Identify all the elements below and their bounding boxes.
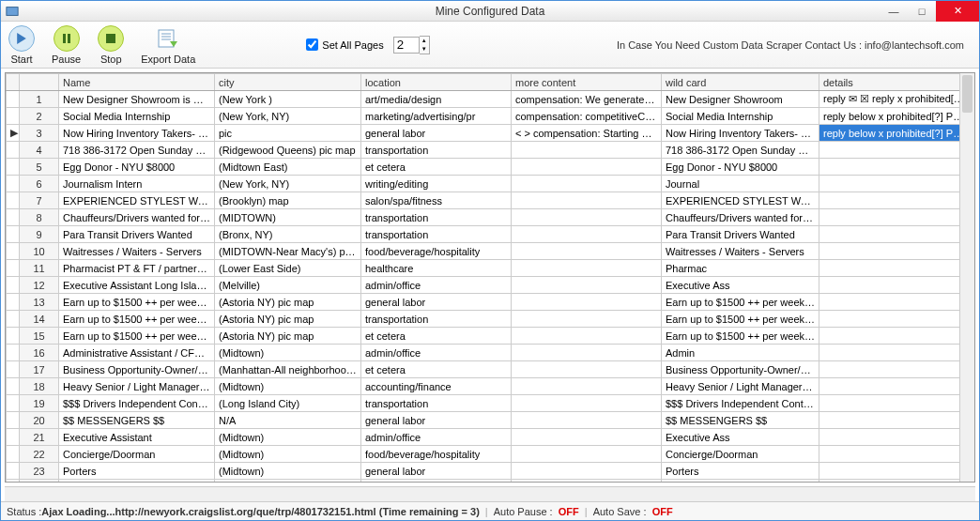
cell-details[interactable] xyxy=(819,226,960,243)
cell-details[interactable] xyxy=(819,345,960,361)
cell-name[interactable]: Pharmacist PT & FT / partnership opti... xyxy=(59,260,215,277)
cell-location[interactable]: marketing/advertising/pr xyxy=(361,108,512,125)
cell-wild[interactable]: Heavy Senior / Light Manager Tax D... xyxy=(662,378,819,395)
cell-details[interactable] xyxy=(819,395,960,412)
cell-name[interactable]: Online Opinion Study - $175 xyxy=(59,480,215,483)
cell-name[interactable]: Executive Assistant xyxy=(59,429,215,446)
table-row[interactable]: 5Egg Donor - NYU $8000(Midtown East)et c… xyxy=(7,159,960,176)
cell-location[interactable]: admin/office xyxy=(361,429,512,446)
cell-name[interactable]: EXPERIENCED STYLEST WANTED xyxy=(59,192,215,209)
cell-city[interactable]: (Long Island City) xyxy=(215,395,361,412)
cell-more[interactable] xyxy=(512,294,662,311)
cell-details[interactable] xyxy=(819,361,960,378)
cell-city[interactable]: (Midtown) xyxy=(215,429,361,446)
cell-city[interactable]: N/A xyxy=(215,412,361,429)
cell-location[interactable]: healthcare xyxy=(361,260,512,277)
table-row[interactable]: 9Para Transit Drivers Wanted(Bronx, NY)t… xyxy=(7,226,960,243)
cell-wild[interactable]: EXPERIENCED STYLEST WANTED xyxy=(662,192,819,209)
cell-city[interactable]: (Lower East Side) xyxy=(215,260,361,277)
cell-city[interactable]: (Midtown) xyxy=(215,378,361,395)
cell-location[interactable]: writing/editing xyxy=(361,176,512,192)
cell-wild[interactable]: Pharmac xyxy=(662,260,819,277)
col-wild[interactable]: wild card xyxy=(662,74,819,91)
cell-wild[interactable]: 718 386-3172 Open Sunday DMV D... xyxy=(662,142,819,159)
cell-location[interactable]: food/beverage/hospitality xyxy=(361,243,512,260)
cell-name[interactable]: Journalism Intern xyxy=(59,176,215,192)
cell-wild[interactable]: Journal xyxy=(662,176,819,192)
cell-name[interactable]: Earn up to $1500 ++ per week - Profe... xyxy=(59,311,215,328)
cell-details[interactable] xyxy=(819,192,960,209)
cell-wild[interactable]: Admin xyxy=(662,345,819,361)
cell-location[interactable]: et cetera xyxy=(361,361,512,378)
page-number-input[interactable] xyxy=(393,37,420,54)
cell-more[interactable] xyxy=(512,277,662,294)
cell-city[interactable]: (Anywhere USA) xyxy=(215,480,361,483)
cell-wild[interactable]: Para Transit Drivers Wanted xyxy=(662,226,819,243)
cell-name[interactable]: Executive Assistant Long Island Resi... xyxy=(59,277,215,294)
table-row[interactable]: 18Heavy Senior / Light Manager Tax D...(… xyxy=(7,378,960,395)
cell-location[interactable]: transportation xyxy=(361,395,512,412)
col-details[interactable]: details xyxy=(819,74,960,91)
cell-more[interactable]: < > compensation: Starting wage 9.5... xyxy=(512,125,662,142)
cell-city[interactable]: (MIDTOWN-Near Macy's) pic map xyxy=(215,243,361,260)
cell-details[interactable]: reply ✉ ☒ reply x prohibited[?] Posted..… xyxy=(819,91,960,108)
start-button[interactable]: Start xyxy=(8,25,35,65)
cell-location[interactable]: et cetera xyxy=(361,480,512,483)
cell-location[interactable]: transportation xyxy=(361,226,512,243)
cell-name[interactable]: New Designer Showroom is Seeking ... xyxy=(59,91,215,108)
cell-city[interactable]: (Midtown East) xyxy=(215,159,361,176)
table-row[interactable]: 7EXPERIENCED STYLEST WANTED(Brooklyn) ma… xyxy=(7,192,960,209)
cell-location[interactable]: admin/office xyxy=(361,345,512,361)
cell-wild[interactable]: Social Media Internship xyxy=(662,108,819,125)
cell-details[interactable] xyxy=(819,176,960,192)
cell-location[interactable]: general labor xyxy=(361,412,512,429)
cell-location[interactable]: et cetera xyxy=(361,328,512,345)
stop-button[interactable]: Stop xyxy=(98,25,124,65)
table-row[interactable]: 15Earn up to $1500 ++ per week - Profe..… xyxy=(7,328,960,345)
cell-more[interactable] xyxy=(512,361,662,378)
col-city[interactable]: city xyxy=(215,74,361,91)
cell-name[interactable]: Concierge/Doorman xyxy=(59,446,215,463)
page-spinner[interactable]: ▲▼ xyxy=(420,36,430,54)
pause-button[interactable]: Pause xyxy=(52,25,81,65)
cell-more[interactable] xyxy=(512,429,662,446)
cell-more[interactable] xyxy=(512,345,662,361)
cell-more[interactable]: compensation: We generate sales for... xyxy=(512,91,662,108)
set-all-pages-checkbox[interactable] xyxy=(306,38,318,51)
cell-city[interactable]: (Midtown) xyxy=(215,463,361,480)
table-row[interactable]: 8Chauffeurs/Drivers wanted for busy Li..… xyxy=(7,209,960,226)
table-row[interactable]: 20$$ MESSENGERS $$N/Ageneral labor$$ MES… xyxy=(7,412,960,429)
table-row[interactable]: 6Journalism Intern(New York, NY)writing/… xyxy=(7,176,960,192)
cell-wild[interactable]: Executive Ass xyxy=(662,429,819,446)
cell-details[interactable] xyxy=(819,378,960,395)
cell-location[interactable]: general labor xyxy=(361,294,512,311)
cell-more[interactable] xyxy=(512,463,662,480)
cell-name[interactable]: Now Hiring Inventory Takers- Long Isl... xyxy=(59,125,215,142)
cell-details[interactable] xyxy=(819,159,960,176)
cell-details[interactable] xyxy=(819,294,960,311)
cell-city[interactable]: (Astoria NY) pic map xyxy=(215,294,361,311)
cell-name[interactable]: Heavy Senior / Light Manager Tax D... xyxy=(59,378,215,395)
cell-details[interactable] xyxy=(819,463,960,480)
cell-wild[interactable]: Business Opportunity-Owner/Operator... xyxy=(662,361,819,378)
results-table[interactable]: Name city location more content wild car… xyxy=(6,73,959,482)
table-row[interactable]: 4718 386-3172 Open Sunday DMV D...(Ridge… xyxy=(7,142,960,159)
col-location[interactable]: location xyxy=(361,74,512,91)
table-row[interactable]: 12Executive Assistant Long Island Resi..… xyxy=(7,277,960,294)
cell-details[interactable] xyxy=(819,277,960,294)
cell-more[interactable] xyxy=(512,243,662,260)
close-button[interactable]: ✕ xyxy=(936,1,979,22)
cell-more[interactable] xyxy=(512,412,662,429)
cell-details[interactable]: reply below x prohibited[?] Posted: 14 .… xyxy=(819,125,960,142)
cell-more[interactable] xyxy=(512,176,662,192)
table-row[interactable]: 10Waitresses / Waiters - Servers(MIDTOWN… xyxy=(7,243,960,260)
cell-wild[interactable]: Online Opinion Study - $175 xyxy=(662,480,819,483)
cell-more[interactable]: compensation: competitiveCompany ... xyxy=(512,108,662,125)
cell-city[interactable]: (New York ) xyxy=(215,91,361,108)
cell-wild[interactable]: Earn up to $1500 ++ per week - Profe... xyxy=(662,311,819,328)
cell-city[interactable]: pic xyxy=(215,125,361,142)
table-row[interactable]: 21Executive Assistant(Midtown)admin/offi… xyxy=(7,429,960,446)
cell-more[interactable] xyxy=(512,378,662,395)
cell-details[interactable] xyxy=(819,446,960,463)
table-row[interactable]: 23Porters(Midtown)general laborPorters xyxy=(7,463,960,480)
